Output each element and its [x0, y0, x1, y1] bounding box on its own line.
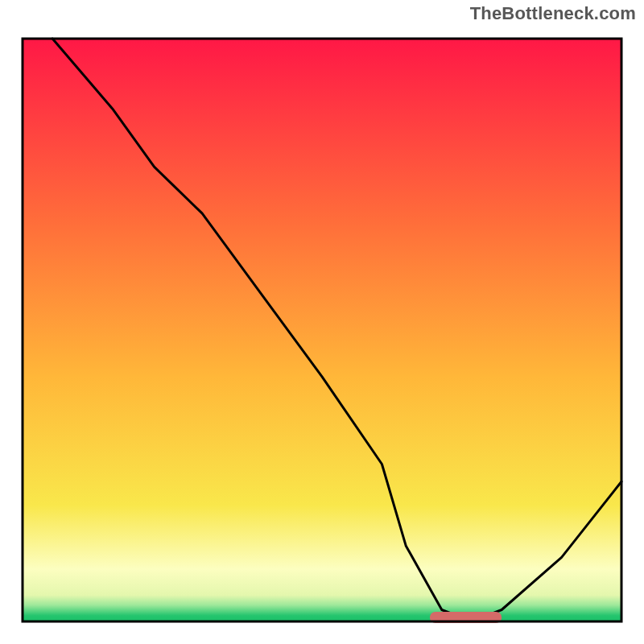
chart-background	[23, 39, 621, 621]
bottleneck-chart	[8, 24, 636, 636]
watermark-text: TheBottleneck.com	[470, 3, 636, 24]
chart-container: TheBottleneck.com	[0, 0, 644, 644]
